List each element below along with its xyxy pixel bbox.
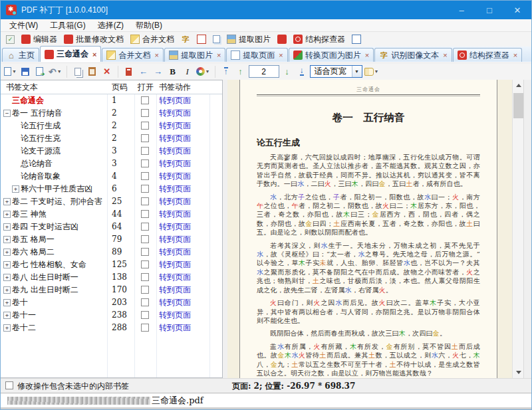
italic-button[interactable]: I <box>181 64 194 79</box>
goto-page-link[interactable]: 转到页面 <box>159 322 191 334</box>
chevron-down-icon[interactable]: ▼ <box>352 66 362 77</box>
bookmark-title[interactable]: 三命通会 <box>12 94 44 107</box>
expand-icon[interactable]: + <box>3 312 11 319</box>
bookmark-title[interactable]: 卷二 干支时运、刑冲合害 <box>12 195 102 208</box>
bookmark-row[interactable]: 论五行生成2转到页面 <box>1 120 222 132</box>
pdf-viewer[interactable]: 三命通会 卷一 五行纳音 论五行生成天高寥廓，六气回旋以成四时；地厚幽深，五行化… <box>227 80 531 378</box>
bookmark-title[interactable]: 释六十甲子性质吉凶 <box>21 183 92 195</box>
zoom-select[interactable]: 适合页宽 ▼ <box>310 65 362 78</box>
bookmark-title[interactable]: 卷八 出生日时断一 <box>12 271 78 284</box>
bookmark-row[interactable]: +卷二 干支时运、刑冲合害25转到页面 <box>1 195 222 208</box>
bookmark-row[interactable]: +释六十甲子性质吉凶6转到页面 <box>1 183 222 195</box>
close-tab-icon[interactable]: × <box>279 51 283 59</box>
expand-icon[interactable]: + <box>3 299 11 306</box>
new-document-button[interactable]: ▼ <box>3 64 17 79</box>
bookmark-open-checkbox[interactable] <box>141 286 149 294</box>
close-tab-icon[interactable]: × <box>217 51 221 59</box>
bookmark-title[interactable]: 卷九 出生日时断二 <box>12 284 78 296</box>
menu-file[interactable]: 文件(W) <box>3 19 44 31</box>
expand-icon[interactable]: + <box>3 261 11 268</box>
goto-page-link[interactable]: 转到页面 <box>159 183 191 195</box>
bookmark-open-checkbox[interactable] <box>141 298 149 306</box>
bookmark-title[interactable]: 论五行生克 <box>21 132 61 145</box>
goto-page-link[interactable]: 转到页面 <box>159 233 191 246</box>
save-button[interactable] <box>19 64 32 79</box>
editor-button[interactable]: 编辑器 <box>18 33 61 46</box>
bookmark-title[interactable]: 论纳音取象 <box>21 170 61 183</box>
bookmark-row[interactable]: +卷七 性格相貌、女命125转到页面 <box>1 258 222 271</box>
expand-icon[interactable]: + <box>3 236 11 243</box>
column-header-text[interactable]: 书签文本 <box>6 80 38 94</box>
bookmark-row[interactable]: 三命通会1转到页面 <box>1 94 222 107</box>
goto-page-link[interactable]: 转到页面 <box>159 132 191 145</box>
tab-home[interactable]: ⌂主页 <box>2 48 39 62</box>
close-tab-icon[interactable]: × <box>154 51 158 59</box>
bookmark-row[interactable]: +卷九 出生日时断二170转到页面 <box>1 284 222 296</box>
export-info-button[interactable] <box>194 33 209 46</box>
bookmark-row[interactable]: +卷十一238转到页面 <box>1 309 222 322</box>
last-page-button[interactable]: ↓ <box>295 64 309 79</box>
bookmark-title[interactable]: 卷十 <box>12 296 28 309</box>
goto-page-link[interactable]: 转到页面 <box>159 309 191 322</box>
bookmark-row[interactable]: 论五行生克2转到页面 <box>1 132 222 145</box>
close-tab-icon[interactable]: × <box>443 51 447 59</box>
maximize-button[interactable]: □ <box>475 1 503 19</box>
bookmark-open-checkbox[interactable] <box>141 185 149 193</box>
bookmark-row[interactable]: +卷三 神煞44转到页面 <box>1 208 222 221</box>
bookmark-title[interactable]: 卷七 性格相貌、女命 <box>12 258 86 271</box>
bookmark-open-checkbox[interactable] <box>141 109 149 117</box>
collapse-icon[interactable]: − <box>3 110 11 117</box>
goto-page-link[interactable]: 转到页面 <box>159 246 191 258</box>
extract-pages-button[interactable] <box>209 33 223 46</box>
bookmark-open-checkbox[interactable] <box>141 96 149 104</box>
bookmark-open-checkbox[interactable] <box>141 311 149 319</box>
goto-page-link[interactable]: 转到页面 <box>159 120 191 132</box>
goto-page-link[interactable]: 转到页面 <box>159 296 191 309</box>
bookmark-open-checkbox[interactable] <box>141 159 149 167</box>
bookmark-row[interactable]: 总论纳音3转到页面 <box>1 157 222 170</box>
column-header-page[interactable]: 页码 <box>112 80 128 94</box>
bookmark-open-checkbox[interactable] <box>141 197 149 205</box>
minimize-button[interactable]: – <box>448 1 475 19</box>
bookmark-title[interactable]: 卷六 格局二 <box>12 246 55 258</box>
bold-button[interactable]: B <box>166 64 180 79</box>
bookmark-title[interactable]: 卷三 神煞 <box>12 208 47 221</box>
goto-page-link[interactable]: 转到页面 <box>159 157 191 170</box>
include-unselected-checkbox[interactable] <box>5 381 13 389</box>
bookmark-title[interactable]: 卷五 格局一 <box>12 233 55 246</box>
bookmark-open-checkbox[interactable] <box>141 260 149 268</box>
reader-mode-button[interactable]: ▼ <box>364 64 380 79</box>
bookmark-open-checkbox[interactable] <box>141 172 149 180</box>
goto-page-link[interactable]: 转到页面 <box>159 221 191 233</box>
column-header-open[interactable]: 打开 <box>138 80 154 94</box>
tab-inspector[interactable]: 结构探查器× <box>453 48 522 62</box>
first-page-button[interactable]: ↑ <box>219 64 233 79</box>
paste-button[interactable] <box>86 64 99 79</box>
merge-documents-button[interactable]: 合并文档 <box>127 33 178 46</box>
goto-page-link[interactable]: 转到页面 <box>159 107 191 120</box>
expand-icon[interactable]: + <box>3 198 11 205</box>
bookmark-row[interactable]: +卷四 干支时运吉凶64转到页面 <box>1 221 222 233</box>
expand-icon[interactable]: + <box>12 185 19 193</box>
menu-select[interactable]: 选择(Z) <box>92 19 130 31</box>
scroll-down-icon[interactable] <box>513 367 524 378</box>
tab-extract-images[interactable]: 提取图片× <box>164 48 225 62</box>
bookmark-row[interactable]: +卷十203转到页面 <box>1 296 222 309</box>
export-button[interactable] <box>33 64 47 79</box>
tab-document[interactable]: 三命通会× <box>40 46 101 62</box>
tab-extract-pages[interactable]: 提取页面× <box>226 48 287 62</box>
bookmark-title[interactable]: 论支干源流 <box>21 145 61 157</box>
column-header-action[interactable]: 书签动作 <box>159 80 191 94</box>
bookmark-open-checkbox[interactable] <box>141 324 149 332</box>
tab-ocr[interactable]: 字识别图像文本× <box>374 48 452 62</box>
panel-splitter[interactable] <box>223 80 227 378</box>
goto-page-link[interactable]: 转到页面 <box>159 208 191 221</box>
bookmark-row[interactable]: −卷一 五行纳音2转到页面 <box>1 107 222 120</box>
bookmark-row[interactable]: +卷十二288转到页面 <box>1 322 222 334</box>
text-color-button[interactable]: ▼ <box>196 64 211 79</box>
close-tab-icon[interactable]: × <box>513 51 517 59</box>
delete-button[interactable]: ✕ <box>100 64 114 79</box>
expand-icon[interactable]: + <box>3 211 11 218</box>
page-number-input[interactable] <box>249 65 279 78</box>
expand-icon[interactable]: + <box>3 274 11 281</box>
